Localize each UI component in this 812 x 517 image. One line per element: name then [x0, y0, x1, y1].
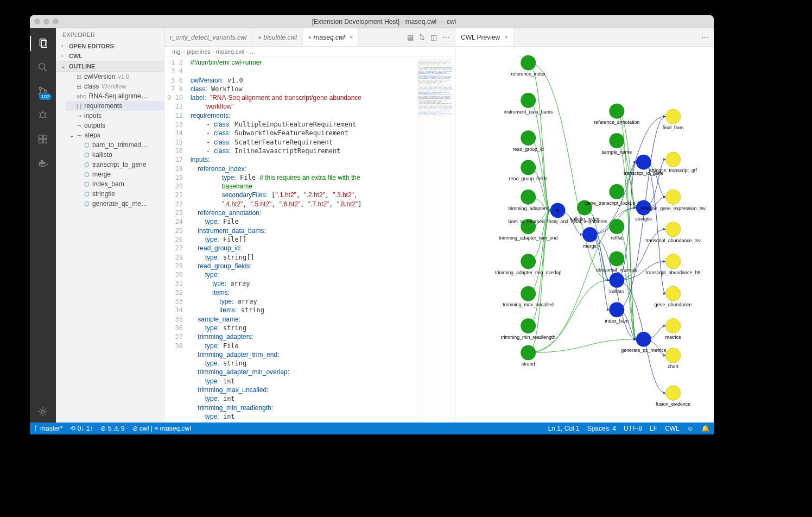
close-icon[interactable]: ×: [349, 34, 353, 41]
tab-rnaseq-cwl[interactable]: ●rnaseq.cwl×: [303, 28, 359, 46]
graph-node[interactable]: generate_qc_metrics: [621, 332, 666, 354]
graph-node[interactable]: trimming_adapters: [508, 190, 548, 211]
outline-step[interactable]: ⬡merge: [73, 169, 164, 179]
svg-line-11: [40, 117, 41, 118]
outline-item[interactable]: abcRNA-Seq alignme…: [66, 91, 164, 101]
graph-node[interactable]: trimming_adapter_min_overlap: [495, 254, 561, 276]
outline-item[interactable]: ⊟classWorkflow: [66, 81, 164, 91]
more-action-icon[interactable]: ⋯: [442, 33, 449, 41]
graph-node[interactable]: chart: [665, 348, 681, 370]
outline-item[interactable]: ⊸inputs: [66, 111, 164, 121]
graph-node[interactable]: merge: [582, 227, 598, 249]
graph-node[interactable]: refflat: [609, 219, 624, 241]
extensions-icon[interactable]: [30, 128, 56, 150]
svg-point-83: [665, 348, 681, 363]
svg-point-48: [609, 184, 624, 199]
graph-node[interactable]: stringtie_gene_expression_tsv: [640, 190, 706, 211]
graph-node[interactable]: instrument_data_bams: [504, 93, 553, 115]
graph-node[interactable]: index_bam: [605, 302, 629, 324]
status-bell-icon[interactable]: 🔔: [701, 425, 709, 432]
svg-point-46: [609, 133, 624, 148]
svg-point-7: [40, 112, 45, 117]
status-eol[interactable]: LF: [650, 425, 657, 432]
graph-node[interactable]: trimming_min_readlength: [501, 318, 555, 340]
more-action-icon[interactable]: ⋯: [701, 33, 708, 41]
status-spaces[interactable]: Spaces: 4: [587, 425, 616, 432]
svg-text:strand: strand: [522, 361, 535, 367]
svg-point-24: [521, 93, 536, 108]
svg-point-85: [665, 386, 681, 401]
svg-text:S: S: [556, 208, 560, 213]
docker-icon[interactable]: [30, 152, 56, 174]
search-icon[interactable]: [30, 56, 56, 78]
graph-node[interactable]: transcript_abundance_h5: [646, 254, 700, 276]
close-icon[interactable]: ×: [504, 34, 508, 41]
outline-item[interactable]: ⌄⊸steps: [66, 130, 164, 140]
graph-node[interactable]: strand: [521, 345, 536, 367]
graph-node[interactable]: gene_abundance: [655, 286, 692, 308]
svg-text:ribosomal_intervals: ribosomal_intervals: [596, 267, 638, 273]
breadcrumb[interactable]: mgi›pipelines›rnaseq.cwl›…: [164, 47, 455, 57]
status-lang[interactable]: ⊘ cwl | ≡ rnaseq.cwl: [132, 425, 191, 432]
svg-text:transcript_abundance_tsv: transcript_abundance_tsv: [645, 238, 701, 243]
graph-node[interactable]: read_group_fields: [509, 160, 548, 182]
activity-bar: 102: [30, 28, 56, 423]
graph-node[interactable]: transcript_abundance_tsv: [645, 222, 701, 243]
outline-step[interactable]: ⬡generate_qc_me…: [73, 199, 164, 209]
diff-action-icon[interactable]: ⇅: [419, 33, 425, 41]
minimap[interactable]: #!/usr/bin/env cwl-runner cwlVersion: v1…: [417, 57, 455, 423]
status-problems[interactable]: ⊘ 5 ⚠ 9: [100, 425, 124, 432]
tab-bisulfite-cwl[interactable]: ●bisulfite.cwl: [252, 28, 302, 46]
outline-item[interactable]: ⊸outputs: [66, 121, 164, 130]
svg-text:bam_to_trimmed_fastq_and_hisat: bam_to_trimmed_fastq_and_hisat_alignment…: [509, 219, 608, 224]
outline-item[interactable]: ⊟cwlVersionv1.0: [66, 72, 164, 81]
traffic-lights[interactable]: [34, 18, 59, 24]
outline-step[interactable]: ⬡transcript_to_gene: [73, 160, 164, 169]
graph-node[interactable]: reference_annotation: [594, 104, 639, 125]
outline-step[interactable]: ⬡index_bam: [73, 179, 164, 189]
scm-icon[interactable]: 102: [30, 80, 56, 102]
graph-node[interactable]: kallisto: [609, 273, 624, 294]
outline-section[interactable]: ⌄OUTLINE: [56, 61, 164, 72]
svg-point-52: [609, 251, 624, 267]
status-mode[interactable]: CWL: [665, 425, 680, 432]
svg-point-22: [521, 55, 536, 71]
settings-icon[interactable]: [30, 401, 56, 423]
graph-area[interactable]: reference_indexinstrument_data_bamsread_…: [455, 47, 714, 423]
status-sync[interactable]: ⟲ 0↓ 1↑: [70, 425, 93, 432]
status-encoding[interactable]: UTF-8: [624, 425, 642, 432]
tab-cwl-preview[interactable]: CWL Preview ×: [455, 28, 514, 46]
code-area[interactable]: #!/usr/bin/env cwl-runner cwlVersion: v1…: [188, 57, 417, 423]
svg-rect-14: [43, 135, 47, 138]
svg-text:sample_name: sample_name: [601, 149, 632, 155]
graph-node[interactable]: reference_index: [511, 55, 545, 77]
cwl-section[interactable]: ›CWL: [56, 51, 164, 61]
debug-icon[interactable]: [30, 104, 56, 126]
svg-text:trimming_max_uncalled: trimming_max_uncalled: [503, 302, 554, 307]
graph-node[interactable]: ribosomal_intervals: [596, 251, 638, 273]
outline-item[interactable]: [ ]requirements: [66, 101, 164, 111]
status-branch[interactable]: ᚶ master*: [34, 425, 62, 432]
svg-text:kallisto: kallisto: [610, 289, 624, 294]
outline-step[interactable]: ⬡stringtie: [73, 189, 164, 199]
graph-node[interactable]: final_bam: [663, 109, 683, 131]
status-position[interactable]: Ln 1, Col 1: [548, 425, 580, 432]
graph-node[interactable]: trimming_max_uncalled: [503, 286, 554, 308]
split-action-icon[interactable]: ◫: [430, 33, 437, 41]
outline-step[interactable]: ⬡kallisto: [73, 150, 164, 160]
svg-text:trimming_min_readlength: trimming_min_readlength: [501, 335, 555, 340]
graph-node[interactable]: stringtie_transcript_gtf: [649, 152, 697, 174]
svg-text:trimming_adapters: trimming_adapters: [508, 206, 548, 211]
outline-step[interactable]: ⬡bam_to_trimmed…: [73, 140, 164, 150]
graph-node[interactable]: fusion_evidence: [656, 386, 690, 407]
svg-text:stringtie: stringtie: [635, 216, 652, 222]
svg-point-30: [521, 190, 536, 205]
explorer-icon[interactable]: [30, 33, 56, 54]
open-editors-section[interactable]: ›OPEN EDITORS: [56, 41, 164, 51]
graph-node[interactable]: metrics: [665, 318, 681, 340]
status-feedback-icon[interactable]: ☺: [687, 425, 694, 432]
svg-text:stringtie_gene_expression_tsv: stringtie_gene_expression_tsv: [640, 206, 706, 211]
tab-r_only_detect_variants-cwl[interactable]: r_only_detect_variants.cwl: [164, 28, 252, 46]
preview-action-icon[interactable]: ▤: [407, 33, 414, 41]
graph-node[interactable]: read_group_id: [513, 130, 544, 152]
